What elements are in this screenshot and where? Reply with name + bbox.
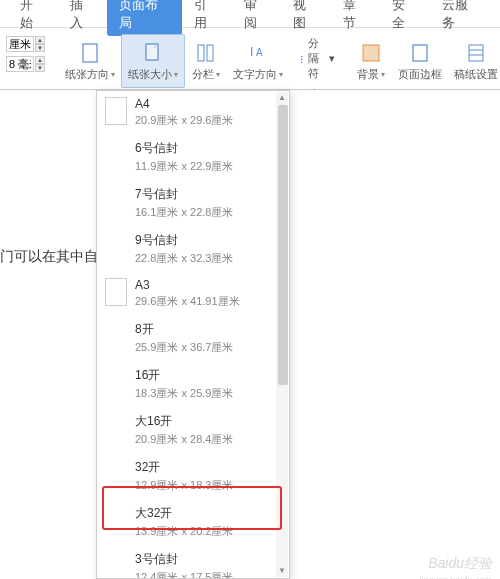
paper-thumb-icon bbox=[105, 459, 127, 487]
paper-option-dimensions: 22.8厘米 x 32.3厘米 bbox=[135, 251, 233, 266]
paper-option-name: 8开 bbox=[135, 321, 233, 338]
text-direction-icon: IA bbox=[246, 41, 270, 65]
paper-thumb-icon bbox=[105, 278, 127, 306]
paper-size-dropdown: A420.9厘米 x 29.6厘米6号信封11.9厘米 x 22.9厘米7号信封… bbox=[96, 90, 290, 579]
paper-size-list[interactable]: A420.9厘米 x 29.6厘米6号信封11.9厘米 x 22.9厘米7号信封… bbox=[97, 91, 289, 578]
svg-text:A: A bbox=[256, 47, 263, 58]
text-direction-button[interactable]: IA 文字方向▾ bbox=[227, 34, 289, 88]
spin-up-icon[interactable]: ▲ bbox=[35, 56, 45, 64]
paper-option-dimensions: 29.6厘米 x 41.91厘米 bbox=[135, 294, 240, 309]
paper-size-option[interactable]: 8开25.9厘米 x 36.7厘米 bbox=[97, 315, 289, 361]
watermark-sub: jingyan.baidu.com bbox=[419, 575, 492, 579]
margin-bottom-input[interactable] bbox=[6, 56, 34, 72]
paper-option-name: 6号信封 bbox=[135, 140, 233, 157]
spin-down-icon[interactable]: ▼ bbox=[35, 44, 45, 52]
paper-option-name: 3号信封 bbox=[135, 551, 233, 568]
chevron-down-icon: ▾ bbox=[174, 70, 178, 79]
paper-size-button[interactable]: 纸张大小▾ bbox=[121, 34, 185, 88]
tab-layout[interactable]: 页面布局 bbox=[107, 0, 182, 36]
tab-reference[interactable]: 引用 bbox=[182, 0, 232, 36]
paper-size-option[interactable]: 大16开20.9厘米 x 28.4厘米 bbox=[97, 407, 289, 453]
svg-text:I: I bbox=[250, 45, 253, 59]
paper-option-name: 32开 bbox=[135, 459, 233, 476]
paper-option-name: A4 bbox=[135, 97, 233, 111]
paper-thumb-icon bbox=[105, 413, 127, 441]
svg-rect-0 bbox=[83, 44, 97, 62]
tab-start[interactable]: 开始 bbox=[8, 0, 58, 36]
paper-option-name: 大16开 bbox=[135, 413, 233, 430]
svg-rect-8 bbox=[469, 45, 483, 61]
paper-thumb-icon bbox=[105, 232, 127, 260]
section-break-button[interactable]: ⫶ 分隔符▾ bbox=[295, 34, 338, 83]
tab-view[interactable]: 视图 bbox=[281, 0, 331, 36]
paper-size-option[interactable]: 9号信封22.8厘米 x 32.3厘米 bbox=[97, 226, 289, 272]
paper-thumb-icon bbox=[105, 321, 127, 349]
tab-security[interactable]: 安全 bbox=[380, 0, 430, 36]
paper-option-name: 16开 bbox=[135, 367, 233, 384]
chevron-down-icon: ▾ bbox=[329, 52, 335, 65]
paper-thumb-icon bbox=[105, 140, 127, 168]
chevron-down-icon: ▾ bbox=[279, 70, 283, 79]
paper-option-dimensions: 20.9厘米 x 28.4厘米 bbox=[135, 432, 233, 447]
paper-size-option[interactable]: A420.9厘米 x 29.6厘米 bbox=[97, 91, 289, 134]
ribbon: ▲ ▼ ▲ ▼ 纸张方向▾ 纸张大小▾ bbox=[0, 28, 500, 90]
chevron-down-icon: ▾ bbox=[381, 70, 385, 79]
chevron-down-icon: ▾ bbox=[111, 70, 115, 79]
paper-option-dimensions: 12.4厘米 x 17.5厘米 bbox=[135, 570, 233, 578]
svg-rect-3 bbox=[207, 45, 213, 61]
paper-size-option[interactable]: 6号信封11.9厘米 x 22.9厘米 bbox=[97, 134, 289, 180]
paper-option-name: A3 bbox=[135, 278, 240, 292]
scrollbar-thumb[interactable] bbox=[278, 105, 288, 385]
background-button[interactable]: 背景▾ bbox=[350, 34, 392, 88]
scroll-up-icon[interactable]: ▲ bbox=[276, 92, 288, 104]
manuscript-button[interactable]: 稿纸设置 bbox=[448, 34, 500, 88]
columns-icon bbox=[194, 41, 218, 65]
section-break-icon: ⫶ bbox=[298, 52, 305, 66]
svg-rect-6 bbox=[363, 45, 379, 61]
paper-option-name: 7号信封 bbox=[135, 186, 233, 203]
margin-spinners: ▲ ▼ ▲ ▼ bbox=[0, 34, 51, 74]
svg-rect-2 bbox=[198, 45, 204, 61]
tab-chapter[interactable]: 章节 bbox=[331, 0, 381, 36]
page-border-icon bbox=[408, 41, 432, 65]
margin-top-input[interactable] bbox=[6, 36, 34, 52]
orientation-button[interactable]: 纸张方向▾ bbox=[59, 34, 121, 88]
tab-cloud[interactable]: 云服务 bbox=[430, 0, 492, 36]
paper-option-dimensions: 25.9厘米 x 36.7厘米 bbox=[135, 340, 233, 355]
paper-size-option[interactable]: 7号信封16.1厘米 x 22.8厘米 bbox=[97, 180, 289, 226]
watermark: Baidu经验 bbox=[428, 555, 492, 573]
paper-option-dimensions: 12.9厘米 x 18.3厘米 bbox=[135, 478, 233, 493]
paper-option-dimensions: 18.3厘米 x 25.9厘米 bbox=[135, 386, 233, 401]
paper-option-dimensions: 13.9厘米 x 20.2厘米 bbox=[135, 524, 233, 539]
spin-down-icon[interactable]: ▼ bbox=[35, 64, 45, 72]
scroll-down-icon[interactable]: ▼ bbox=[276, 565, 288, 577]
paper-thumb-icon bbox=[105, 505, 127, 533]
paper-size-option[interactable]: 大32开13.9厘米 x 20.2厘米 bbox=[97, 499, 289, 545]
page-border-button[interactable]: 页面边框 bbox=[392, 34, 448, 88]
paper-size-icon bbox=[141, 41, 165, 65]
tab-insert[interactable]: 插入 bbox=[58, 0, 108, 36]
columns-button[interactable]: 分栏▾ bbox=[185, 34, 227, 88]
paper-option-name: 9号信封 bbox=[135, 232, 233, 249]
manuscript-icon bbox=[464, 41, 488, 65]
paper-thumb-icon bbox=[105, 551, 127, 578]
chevron-down-icon: ▾ bbox=[216, 70, 220, 79]
svg-rect-7 bbox=[413, 45, 427, 61]
tab-review[interactable]: 审阅 bbox=[232, 0, 282, 36]
background-icon bbox=[359, 41, 383, 65]
paper-option-dimensions: 16.1厘米 x 22.8厘米 bbox=[135, 205, 233, 220]
paper-size-option[interactable]: 16开18.3厘米 x 25.9厘米 bbox=[97, 361, 289, 407]
paper-thumb-icon bbox=[105, 97, 127, 125]
paper-size-option[interactable]: 3号信封12.4厘米 x 17.5厘米 bbox=[97, 545, 289, 578]
paper-thumb-icon bbox=[105, 186, 127, 214]
paper-option-dimensions: 11.9厘米 x 22.9厘米 bbox=[135, 159, 233, 174]
paper-size-option[interactable]: A329.6厘米 x 41.91厘米 bbox=[97, 272, 289, 315]
paper-option-name: 大32开 bbox=[135, 505, 233, 522]
paper-option-dimensions: 20.9厘米 x 29.6厘米 bbox=[135, 113, 233, 128]
spin-up-icon[interactable]: ▲ bbox=[35, 36, 45, 44]
page-orientation-icon bbox=[78, 41, 102, 65]
paper-thumb-icon bbox=[105, 367, 127, 395]
paper-size-option[interactable]: 32开12.9厘米 x 18.3厘米 bbox=[97, 453, 289, 499]
menu-bar: 开始 插入 页面布局 引用 审阅 视图 章节 安全 云服务 bbox=[0, 0, 500, 28]
